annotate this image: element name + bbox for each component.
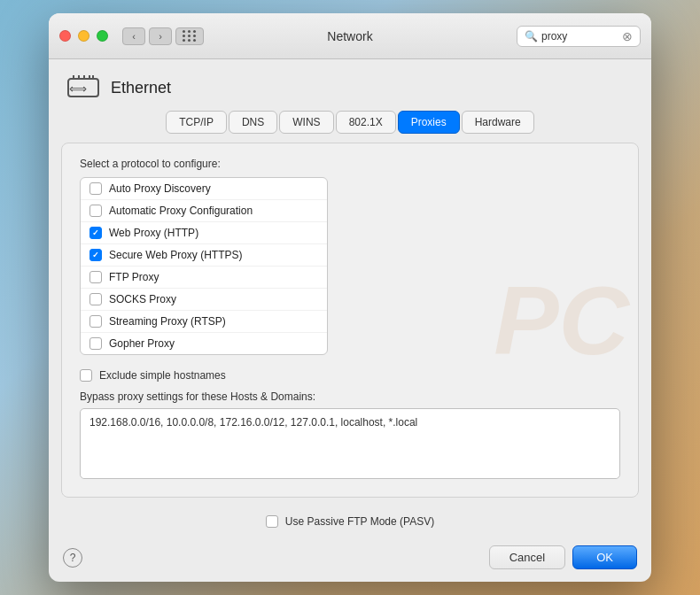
automatic-proxy-config-label: Automatic Proxy Configuration xyxy=(109,205,253,217)
section-label: Select a protocol to configure: xyxy=(80,158,620,170)
maximize-button[interactable] xyxy=(97,30,108,42)
help-button[interactable]: ? xyxy=(63,548,82,568)
ok-button[interactable]: OK xyxy=(572,545,637,569)
protocol-item-socks-proxy[interactable]: SOCKS Proxy xyxy=(81,289,327,311)
window-title: Network xyxy=(327,29,372,43)
network-window: ‹ › Network 🔍 ⊗ xyxy=(49,13,651,582)
tab-tcpip[interactable]: TCP/IP xyxy=(166,111,227,134)
exclude-hostnames-checkbox[interactable] xyxy=(80,369,92,382)
ftp-proxy-checkbox[interactable] xyxy=(89,271,102,283)
streaming-proxy-checkbox[interactable] xyxy=(89,315,102,328)
gopher-proxy-label: Gopher Proxy xyxy=(109,337,175,350)
traffic-lights xyxy=(59,30,108,42)
svg-text:⟺: ⟺ xyxy=(69,81,87,96)
gopher-proxy-checkbox[interactable] xyxy=(89,337,102,350)
socks-proxy-label: SOCKS Proxy xyxy=(109,293,176,305)
search-icon: 🔍 xyxy=(525,30,538,42)
pasv-row[interactable]: Use Passive FTP Mode (PASV) xyxy=(49,506,651,537)
content-area: PC Select a protocol to configure: ➤ Aut… xyxy=(61,143,639,498)
tab-proxies[interactable]: Proxies xyxy=(398,111,460,134)
cancel-button[interactable]: Cancel xyxy=(489,545,565,569)
tab-dns[interactable]: DNS xyxy=(229,111,277,134)
page-title: Ethernet xyxy=(111,79,171,97)
grid-dots-icon xyxy=(183,30,197,42)
tab-8021x[interactable]: 802.1X xyxy=(336,111,396,134)
action-buttons: Cancel OK xyxy=(489,545,637,569)
bypass-label: Bypass proxy settings for these Hosts & … xyxy=(80,390,620,403)
secure-web-proxy-checkbox[interactable] xyxy=(89,249,102,261)
content-wrapper: Select a protocol to configure: ➤ Auto P… xyxy=(80,158,620,483)
ftp-proxy-label: FTP Proxy xyxy=(109,271,159,283)
protocol-item-gopher-proxy[interactable]: Gopher Proxy xyxy=(81,333,327,354)
socks-proxy-checkbox[interactable] xyxy=(89,293,102,305)
bottom-bar: ? Cancel OK xyxy=(49,537,651,582)
header-row: ⟺ Ethernet xyxy=(49,59,651,111)
tab-wins[interactable]: WINS xyxy=(279,111,333,134)
secure-web-proxy-label: Secure Web Proxy (HTTPS) xyxy=(109,249,242,261)
pasv-checkbox[interactable] xyxy=(266,515,278,528)
search-clear-icon[interactable]: ⊗ xyxy=(622,29,633,43)
web-proxy-label: Web Proxy (HTTP) xyxy=(109,227,198,239)
titlebar: ‹ › Network 🔍 ⊗ xyxy=(49,13,651,59)
back-button[interactable]: ‹ xyxy=(122,27,145,45)
ethernet-icon: ⟺ xyxy=(66,73,100,102)
grid-menu-button[interactable] xyxy=(175,27,204,45)
protocol-item-automatic-proxy-config[interactable]: Automatic Proxy Configuration xyxy=(81,200,327,222)
nav-buttons: ‹ › xyxy=(122,27,172,45)
auto-proxy-discovery-checkbox[interactable] xyxy=(89,182,102,195)
streaming-proxy-label: Streaming Proxy (RTSP) xyxy=(109,315,226,328)
exclude-hostnames-row[interactable]: Exclude simple hostnames xyxy=(80,369,620,382)
protocol-item-web-proxy[interactable]: Web Proxy (HTTP) xyxy=(81,222,327,244)
bypass-input[interactable]: 192.168.0.0/16, 10.0.0.0/8, 172.16.0.0/1… xyxy=(80,408,620,479)
protocol-item-ftp-proxy[interactable]: FTP Proxy xyxy=(81,267,327,289)
exclude-hostnames-label: Exclude simple hostnames xyxy=(99,369,226,382)
pasv-label: Use Passive FTP Mode (PASV) xyxy=(285,515,434,528)
web-proxy-checkbox[interactable] xyxy=(89,227,102,239)
automatic-proxy-config-checkbox[interactable] xyxy=(89,205,102,217)
search-bar[interactable]: 🔍 ⊗ xyxy=(517,26,641,47)
forward-button[interactable]: › xyxy=(149,27,172,45)
auto-proxy-discovery-label: Auto Proxy Discovery xyxy=(109,182,211,195)
protocol-item-streaming-proxy[interactable]: Streaming Proxy (RTSP) xyxy=(81,311,327,333)
protocol-list: Auto Proxy Discovery Automatic Proxy Con… xyxy=(80,177,328,355)
minimize-button[interactable] xyxy=(78,30,89,42)
protocol-item-auto-proxy-discovery[interactable]: Auto Proxy Discovery xyxy=(81,178,327,200)
close-button[interactable] xyxy=(59,30,71,42)
protocol-item-secure-web-proxy[interactable]: Secure Web Proxy (HTTPS) xyxy=(81,244,327,267)
search-input[interactable] xyxy=(541,30,618,42)
tabs: TCP/IP DNS WINS 802.1X Proxies Hardware xyxy=(49,111,651,143)
tab-hardware[interactable]: Hardware xyxy=(462,111,534,134)
